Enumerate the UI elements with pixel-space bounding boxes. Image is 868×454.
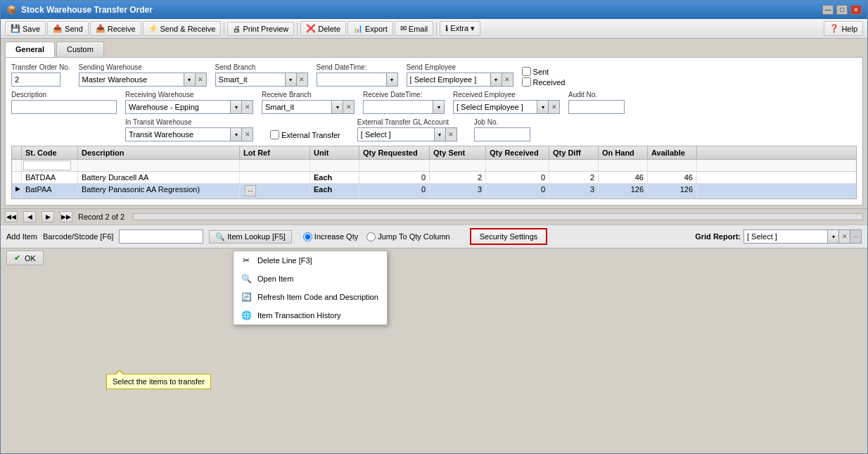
receiving-warehouse-arrow[interactable]: ▾ [231,100,242,114]
email-icon: ✉ [400,24,407,33]
receive-branch-arrow[interactable]: ▾ [332,100,343,114]
security-btn-wrapper: Security Settings [470,228,548,245]
stcode-filter[interactable] [23,160,71,170]
tooltip-bubble: Select the items to transfer [106,374,211,389]
receive-branch-label: Receive Branch [262,91,355,99]
context-delete-line[interactable]: ✂ Delete Line [F3] [234,251,387,270]
export-button[interactable]: 📊 Export [347,21,393,36]
in-transit-clear[interactable]: ✕ [242,127,253,141]
grid-report-input[interactable] [743,229,828,244]
send-branch-arrow[interactable]: ▾ [286,72,297,87]
print-preview-button[interactable]: 🖨 Print Preview [227,22,294,36]
send-employee-label: Send Employee [407,63,513,71]
qtysent-cell-1: 2 [430,172,486,183]
table-row[interactable]: ▶ BatPAA Battery Panasonic AA Regression… [12,184,856,198]
received-employee-clear[interactable]: ✕ [549,100,560,114]
qty-radio-group: Increase Qty Jump To Qty Column [303,232,450,241]
close-button[interactable]: ✕ [850,5,862,15]
maximize-button[interactable]: □ [836,5,848,15]
grid-report-clear[interactable]: ✕ [839,229,850,244]
transfer-order-no-input[interactable] [11,72,60,87]
jump-to-qty-label: Jump To Qty Column [378,232,450,241]
barcode-input[interactable] [119,229,203,244]
job-no-input[interactable] [474,127,530,141]
received-employee-combo: ▾ ✕ [453,100,560,114]
onhand-cell-2: 126 [599,184,648,198]
send-receive-button[interactable]: ⚡ Send & Receive [143,21,222,36]
external-transfer-checkbox[interactable] [270,130,279,139]
add-item-label: Add Item [6,232,37,241]
receive-datetime-label: Receive DateTime: [363,91,445,99]
receive-branch-clear[interactable]: ✕ [343,100,355,114]
sending-warehouse-clear[interactable]: ✕ [196,72,207,87]
external-gl-arrow[interactable]: ▾ [435,127,446,141]
send-button[interactable]: 📤 Send [47,21,89,36]
send-branch-input[interactable] [215,72,286,87]
tab-general[interactable]: General [5,42,55,57]
ok-button[interactable]: ✔ OK [6,251,44,265]
in-transit-arrow[interactable]: ▾ [231,127,242,141]
horizontal-scrollbar[interactable] [133,213,863,220]
nav-prev-button[interactable]: ◀ [23,211,36,222]
received-checkbox[interactable] [522,77,531,87]
desc-header: Description [78,146,240,159]
received-employee-input[interactable] [453,100,537,114]
extra-icon: ℹ [445,24,448,33]
bottom-bar: Add Item Barcode/Stcode [F6] 🔍 Item Look… [1,225,867,248]
status-bar: ◀◀ ◀ ▶ ▶▶ Record 2 of 2 [1,208,867,225]
qtydiff-cell-2: 3 [549,184,599,198]
unit-cell-2: Each [310,184,359,198]
grid-report-arrow[interactable]: ▾ [828,229,839,244]
send-employee-clear[interactable]: ✕ [502,72,513,87]
received-employee-arrow[interactable]: ▾ [537,100,549,114]
avail-cell-2: 126 [648,184,697,198]
jump-to-qty-radio[interactable] [366,232,376,241]
receiving-warehouse-input[interactable] [125,100,231,114]
sending-warehouse-input[interactable] [79,72,184,87]
context-menu: ✂ Delete Line [F3] 🔍 Open Item 🔄 Refresh… [233,251,388,325]
receiving-warehouse-clear[interactable]: ✕ [242,100,253,114]
receive-button[interactable]: 📥 Receive [90,21,141,36]
sending-warehouse-combo: ▾ ✕ [79,72,207,87]
context-item-history[interactable]: 🌐 Item Transaction History [234,306,387,324]
grid-report-extra[interactable]: ··· [850,229,862,244]
help-button[interactable]: ❓ Help [824,21,863,36]
security-settings-button[interactable]: Security Settings [470,228,548,245]
toolbar-separator-3 [436,22,437,36]
receive-datetime-input[interactable] [363,100,433,114]
send-branch-clear[interactable]: ✕ [297,72,308,87]
description-input[interactable] [11,100,117,114]
receive-datetime-arrow[interactable]: ▾ [433,100,445,114]
send-datetime-input[interactable] [317,72,387,87]
refresh-item-icon: 🔄 [241,291,252,303]
audit-no-input[interactable] [568,100,625,114]
email-button[interactable]: ✉ Email [395,21,434,36]
send-icon: 📤 [53,24,63,33]
external-gl-clear[interactable]: ✕ [446,127,457,141]
nav-first-button[interactable]: ◀◀ [5,211,18,222]
send-datetime-arrow[interactable]: ▾ [387,72,398,87]
tab-custom[interactable]: Custom [56,42,104,57]
save-button[interactable]: 💾 Save [5,21,46,36]
receive-branch-input[interactable] [262,100,332,114]
qtydiff-cell-1: 2 [549,172,599,183]
delete-button[interactable]: ❌ Delete [300,21,346,36]
nav-next-button[interactable]: ▶ [42,211,54,222]
context-open-item[interactable]: 🔍 Open Item [234,270,387,288]
context-refresh-item[interactable]: 🔄 Refresh Item Code and Description [234,288,387,306]
table-row[interactable]: BATDAA Battery Duracell AA Each 0 2 0 2 … [12,172,856,184]
qtyreq-cell-2: 0 [359,184,430,198]
item-lookup-button[interactable]: 🔍 Item Lookup [F5] [209,230,292,244]
extra-button[interactable]: ℹ Extra ▾ [440,21,480,36]
send-employee-arrow[interactable]: ▾ [491,72,502,87]
export-icon: 📊 [353,24,363,33]
nav-last-button[interactable]: ▶▶ [60,211,72,222]
sent-checkbox[interactable] [522,67,531,76]
increase-qty-radio[interactable] [303,232,312,241]
in-transit-input[interactable] [125,127,231,141]
sending-warehouse-arrow[interactable]: ▾ [184,72,196,87]
lotref-dots-button[interactable]: ··· [245,185,256,196]
send-employee-input[interactable] [407,72,491,87]
minimize-button[interactable]: — [822,5,834,15]
external-gl-input[interactable] [357,127,435,141]
